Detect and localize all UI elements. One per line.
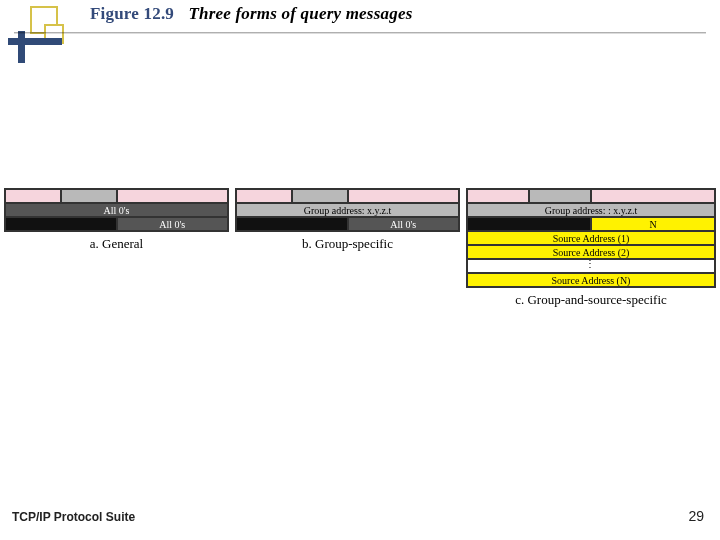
figure-number: Figure 12.9 [90,4,174,23]
pkt-b-field-left [236,217,348,231]
logo-bar-v [18,31,25,63]
pkt-c-source-count: N [591,217,715,231]
pkt-c-field-2 [529,189,591,203]
pkt-b-field-3 [348,189,460,203]
pkt-c-src-1: Source Address (1) [467,231,715,245]
pkt-a-field-left [5,217,117,231]
pkt-c-group-address: Group address: : x.y.z.t [467,203,715,217]
packet-c: Group address: : x.y.z.t N Source Addres… [466,188,716,288]
packet-a: All 0's All 0's [4,188,229,232]
pkt-a-group-address: All 0's [5,203,228,217]
logo-bar-h [8,38,62,45]
caption-b: b. Group-specific [302,236,393,252]
diagram-general: All 0's All 0's a. General [4,188,229,308]
figure-title: Figure 12.9 Three forms of query message… [90,4,412,24]
pkt-a-field-1 [5,189,61,203]
figure-description: Three forms of query messages [189,4,413,23]
pkt-c-src-ellipsis: ⋮ [467,259,715,273]
title-underline [14,32,706,34]
pkt-c-src-n: Source Address (N) [467,273,715,287]
pkt-a-field-2 [61,189,117,203]
pkt-c-field-1 [467,189,529,203]
page-number: 29 [688,508,704,524]
pkt-a-field-3 [117,189,229,203]
pkt-c-field-left [467,217,591,231]
diagram-group-specific: Group address: x.y.z.t All 0's b. Group-… [235,188,460,308]
pkt-a-source-count: All 0's [117,217,229,231]
pkt-b-source-count: All 0's [348,217,460,231]
caption-a: a. General [90,236,143,252]
packet-b: Group address: x.y.z.t All 0's [235,188,460,232]
diagram-group-and-source-specific: Group address: : x.y.z.t N Source Addres… [466,188,716,308]
pkt-b-group-address: Group address: x.y.z.t [236,203,459,217]
caption-c: c. Group-and-source-specific [515,292,667,308]
pkt-c-src-2: Source Address (2) [467,245,715,259]
pkt-c-field-3 [591,189,715,203]
pkt-b-field-1 [236,189,292,203]
diagram-row: All 0's All 0's a. General Group address… [0,188,720,308]
pkt-b-field-2 [292,189,348,203]
footer-source: TCP/IP Protocol Suite [12,510,135,524]
